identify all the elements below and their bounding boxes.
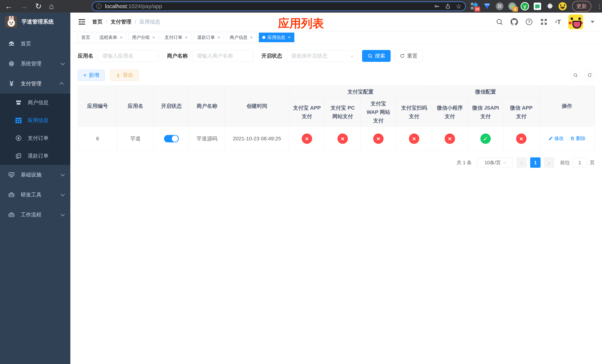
col-wechat-jsapi: 微信 JSAPI 支付	[468, 98, 504, 127]
filter-form: 应用名 商户名称 开启状态 请选择开启状态 搜索 重置	[78, 50, 595, 62]
top-navbar: 首页 / 支付管理 / 应用信息 ? тT	[70, 13, 602, 31]
search-button[interactable]: 搜索	[362, 50, 391, 62]
page-size-select[interactable]: 10条/页	[477, 157, 513, 168]
sidebar-item-workflow[interactable]: 工作流程	[0, 205, 70, 225]
close-icon[interactable]: ×	[217, 35, 220, 40]
yen-icon: ¥	[7, 80, 16, 87]
avatar-caret-icon[interactable]	[591, 21, 595, 23]
browser-back-icon[interactable]: ←	[5, 2, 13, 10]
address-bar[interactable]: ⓘ localhost:1024/pay/app ☆	[92, 1, 466, 11]
chevron-down-icon	[503, 161, 506, 164]
sidebar-item-home[interactable]: 首页	[0, 34, 70, 54]
toggle-search-button[interactable]	[570, 70, 580, 80]
edit-link[interactable]: 修改	[548, 135, 564, 142]
close-icon[interactable]: ×	[119, 35, 123, 40]
enabled-switch[interactable]	[164, 135, 179, 142]
sidebar-item-app-info[interactable]: 应用信息	[0, 111, 70, 129]
password-key-icon[interactable]	[434, 3, 440, 9]
extension-command-icon[interactable]: ⌘	[495, 2, 504, 11]
chrome-update-button[interactable]: 更新	[572, 1, 591, 12]
sidebar-item-merchant-info[interactable]: 商户信息	[0, 94, 70, 111]
tab-home[interactable]: 首页	[78, 32, 94, 42]
delete-link[interactable]: 删除	[570, 135, 586, 142]
page-number-1[interactable]: 1	[530, 157, 540, 168]
user-avatar[interactable]	[568, 14, 583, 29]
app-name-label: 应用名	[78, 52, 93, 59]
col-alipay-qr: 支付宝扫码支付	[396, 98, 432, 127]
extension-chat-icon[interactable]	[533, 2, 542, 11]
alipay-qr-status-icon: ×	[409, 133, 419, 144]
merchant-name-input[interactable]	[192, 50, 253, 62]
tab-user-group[interactable]: 用户分组×	[129, 32, 159, 42]
goto-page-input[interactable]	[572, 157, 587, 168]
col-wechat-app: 微信 APP 支付	[504, 98, 539, 127]
breadcrumb-payment[interactable]: 支付管理	[111, 18, 131, 25]
sidebar-item-payment-orders[interactable]: 支付订单	[0, 129, 70, 147]
url-host: localhost	[105, 3, 127, 9]
sidebar-collapse-icon[interactable]	[78, 18, 86, 26]
sidebar-item-dev-tools[interactable]: 研发工具	[0, 185, 70, 205]
browser-chrome: ← → ↻ ⌂ ⓘ localhost:1024/pay/app ☆ 10 ⌘ …	[0, 0, 602, 13]
sidebar-item-infrastructure[interactable]: 基础设施	[0, 165, 70, 185]
cell-status	[154, 127, 189, 151]
yen-circle-icon	[14, 135, 22, 141]
share-icon[interactable]	[445, 3, 451, 9]
page-annotation-title: 应用列表	[278, 16, 324, 31]
close-icon[interactable]: ×	[184, 35, 188, 40]
font-size-icon[interactable]: тT	[555, 18, 561, 26]
extensions-puzzle-icon[interactable]	[546, 2, 554, 11]
extension-gem-icon[interactable]	[483, 2, 491, 11]
app-name-input[interactable]	[98, 50, 159, 62]
browser-menu-icon[interactable]: ⋮	[595, 3, 602, 10]
prev-page-button[interactable]: ‹	[516, 157, 527, 168]
sidebar-item-payment[interactable]: ¥ 支付管理	[0, 74, 70, 94]
briefcase-icon	[7, 212, 16, 218]
tab-payment-orders[interactable]: 支付订单×	[161, 32, 191, 42]
add-button[interactable]: + 新增	[78, 70, 105, 81]
extension-y-logo-icon[interactable]: y	[521, 2, 529, 11]
breadcrumb-home[interactable]: 首页	[92, 18, 103, 25]
export-button[interactable]: 导出	[110, 70, 139, 81]
github-icon[interactable]	[511, 18, 518, 26]
close-icon[interactable]: ×	[250, 35, 253, 40]
next-page-button[interactable]: ›	[544, 157, 554, 168]
logo-image	[5, 16, 17, 28]
fullscreen-icon[interactable]	[540, 18, 548, 26]
status-select[interactable]: 请选择开启状态	[287, 50, 357, 62]
close-icon[interactable]: ×	[288, 35, 291, 40]
bookmark-star-icon[interactable]: ☆	[456, 3, 462, 10]
merchant-name-label: 商户名称	[167, 52, 188, 59]
extension-recorder-icon[interactable]: 1	[508, 2, 516, 11]
tab-process-form[interactable]: 流程表单×	[96, 32, 126, 42]
col-app-id: 应用编号	[78, 86, 117, 127]
chevron-down-icon	[61, 172, 65, 176]
sidebar: 芋道管理系统 首页 系统管理 ¥ 支付管理 商户信息	[0, 13, 70, 364]
sidebar-item-system[interactable]: 系统管理	[0, 54, 70, 74]
reset-button[interactable]: 重置	[394, 50, 423, 62]
browser-home-icon[interactable]: ⌂	[49, 2, 54, 10]
col-alipay-wap: 支付宝 WAP 网站支付	[361, 98, 396, 127]
refresh-table-button[interactable]	[585, 70, 595, 80]
app-logo[interactable]: 芋道管理系统	[0, 13, 70, 31]
refresh-icon	[587, 73, 592, 78]
help-icon[interactable]: ?	[525, 18, 533, 26]
refresh-icon	[400, 53, 405, 58]
close-icon[interactable]: ×	[152, 35, 155, 40]
browser-forward-icon[interactable]: →	[20, 2, 28, 10]
profile-avatar-icon[interactable]	[558, 2, 567, 11]
toolbox-icon	[7, 192, 16, 198]
extension-tasks-icon[interactable]: 10	[470, 2, 479, 11]
sidebar-item-refund-orders[interactable]: 退款订单	[0, 147, 70, 165]
tab-refund-orders[interactable]: 退款订单×	[194, 32, 224, 42]
cell-app-name: 芋道	[117, 127, 154, 151]
wechat-mini-status-icon: ×	[445, 133, 455, 144]
tab-merchant-info[interactable]: 商户信息×	[226, 32, 257, 42]
tab-app-info[interactable]: 应用信息×	[259, 32, 294, 42]
trash-icon	[570, 136, 575, 141]
search-icon	[573, 73, 578, 78]
browser-reload-icon[interactable]: ↻	[35, 2, 42, 10]
site-info-icon[interactable]: ⓘ	[96, 3, 102, 10]
goto-label: 前往	[560, 160, 570, 166]
header-search-icon[interactable]	[496, 18, 503, 26]
cell-merchant: 芋道源码	[189, 127, 225, 151]
